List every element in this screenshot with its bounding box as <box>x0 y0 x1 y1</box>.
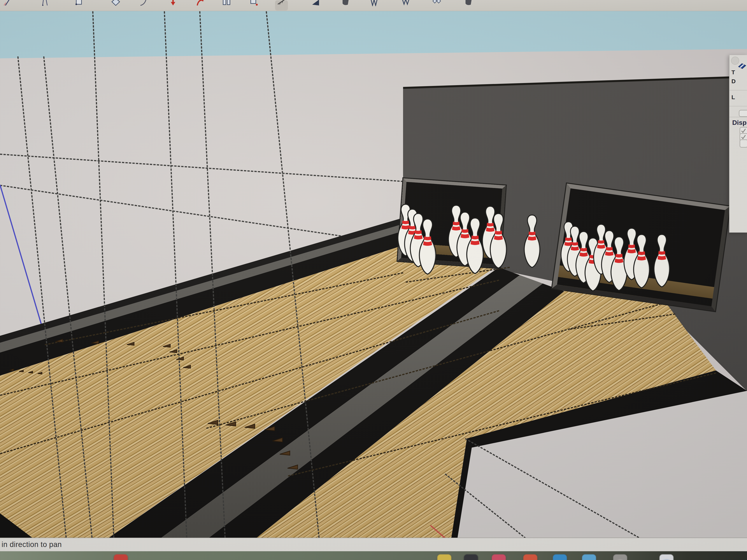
offset-tool-icon[interactable] <box>196 0 205 6</box>
section-tool-icon[interactable] <box>311 0 320 6</box>
arc-tool-icon[interactable] <box>139 0 148 6</box>
panel-label-l: L <box>731 94 747 101</box>
panel-label-t: T <box>731 69 747 76</box>
zoom-extents-tool-icon[interactable] <box>464 0 473 6</box>
zoom-tool-icon[interactable] <box>432 0 441 6</box>
pin-deck-box-left <box>397 178 506 268</box>
dock-app-red[interactable] <box>114 554 128 560</box>
dock-app-orange[interactable] <box>523 554 537 560</box>
toolbar <box>0 0 747 11</box>
dock-app-gray[interactable] <box>613 554 627 560</box>
status-bar-text: in direction to pan <box>2 540 62 549</box>
tape-measure-tool-icon[interactable] <box>277 0 286 6</box>
compass-tool-icon[interactable] <box>41 0 50 6</box>
pushpull-tool-icon[interactable] <box>169 0 177 6</box>
dock-app-blue[interactable] <box>553 554 567 560</box>
dock-app-white[interactable] <box>660 554 673 560</box>
pin-deck-box-right <box>552 184 730 311</box>
move-tool-icon[interactable] <box>222 0 231 6</box>
dock-app-dark[interactable] <box>464 554 478 560</box>
3d-viewport[interactable] <box>0 0 747 560</box>
dock-app-lightblue[interactable] <box>582 554 596 560</box>
panel-label-d: D <box>731 78 747 85</box>
pan-tool-icon[interactable] <box>401 0 410 6</box>
panel-toggle[interactable] <box>739 110 747 117</box>
display-checkbox-3[interactable] <box>740 139 747 148</box>
eraser-icon[interactable] <box>737 62 747 70</box>
side-panel: T D L Disp <box>729 55 747 233</box>
status-bar: in direction to pan <box>0 538 747 552</box>
rotate-tool-icon[interactable] <box>249 0 258 6</box>
panel-section-display: Disp <box>732 119 747 126</box>
dock-app-pink[interactable] <box>492 554 506 560</box>
polygon-tool-icon[interactable] <box>111 0 120 6</box>
screen: T D L Disp in direction to pan <box>0 0 747 560</box>
orbit-tool-icon[interactable] <box>370 0 379 6</box>
paint-tool-icon[interactable] <box>341 0 350 6</box>
pencil-tool-icon[interactable] <box>3 0 12 6</box>
dock <box>0 551 747 560</box>
dock-app-yellow[interactable] <box>437 554 451 560</box>
rectangle-tool-icon[interactable] <box>74 0 83 6</box>
